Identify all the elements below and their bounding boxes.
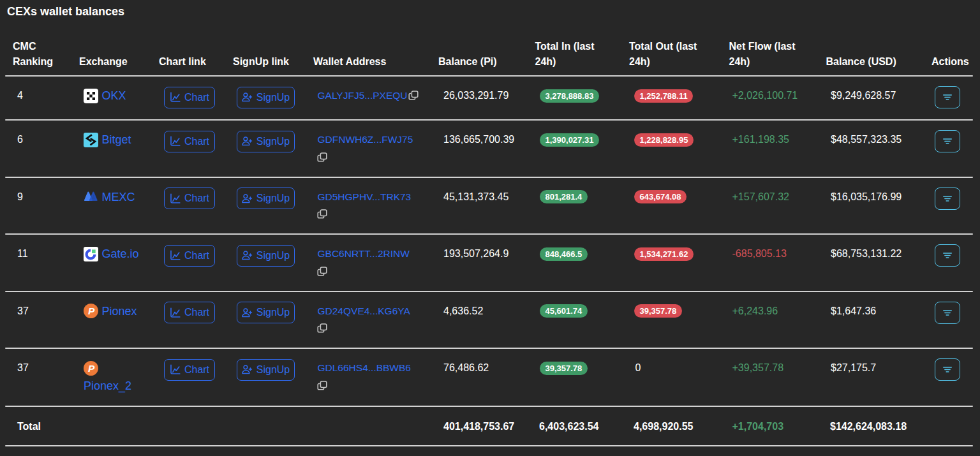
svg-text:P: P	[88, 363, 95, 374]
svg-text:P: P	[88, 305, 95, 316]
